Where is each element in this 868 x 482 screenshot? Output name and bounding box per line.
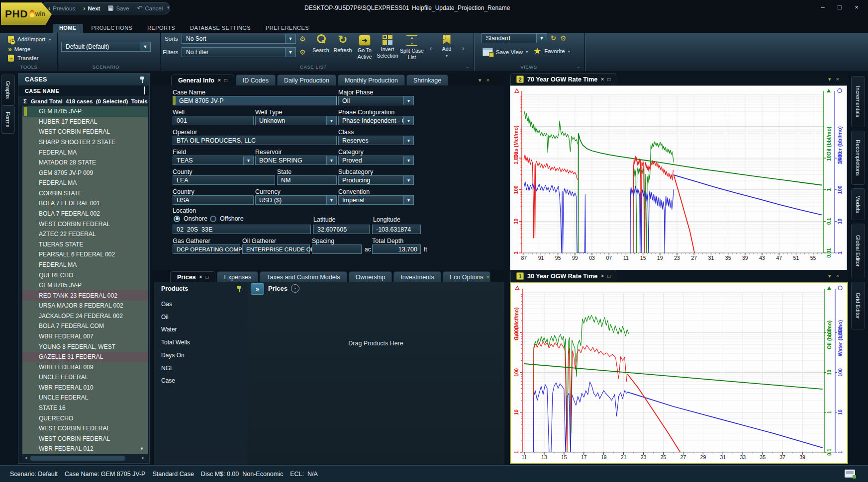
case-row[interactable]: GEM 8705 JV-P xyxy=(22,106,148,117)
product-item-days-on[interactable]: Days On xyxy=(154,349,247,361)
well-type-dropdown[interactable]: Unknown▼ xyxy=(255,116,337,125)
prices-drop-area[interactable]: » Prices × Drag Products Here xyxy=(247,282,504,465)
total-depth-field[interactable]: 13,700 xyxy=(372,244,421,254)
tab-monthly-production[interactable]: Monthly Production xyxy=(338,75,405,85)
scrollbar-thumb[interactable] xyxy=(30,456,125,461)
case-row[interactable]: HUBER 17 FEDERAL xyxy=(22,117,148,127)
case-row[interactable]: WEST CORBIN FEDERAL xyxy=(22,434,148,444)
ribbon-tab-home[interactable]: HOME xyxy=(53,24,83,33)
country-field[interactable]: USA xyxy=(173,195,254,205)
product-item-water[interactable]: Water xyxy=(154,323,247,335)
case-row[interactable]: SHARP SHOOTER 2 STATE xyxy=(22,137,148,148)
product-item-gas[interactable]: Gas xyxy=(154,298,247,310)
case-row[interactable]: GEM 8705 JV-P 009 xyxy=(22,167,148,178)
chart-canvas[interactable]: 8791959903071115192327313539434751551101… xyxy=(510,86,847,270)
maximize-icon[interactable]: □ xyxy=(607,274,610,279)
tab-expenses[interactable]: Expenses xyxy=(217,271,258,282)
invert-selection-button[interactable]: Invert Selection xyxy=(375,34,400,59)
major-phase-dropdown[interactable]: Oil▼ xyxy=(338,96,414,105)
split-case-list-button[interactable]: Split Case List xyxy=(399,34,425,60)
tab-general-info[interactable]: General Info×□ xyxy=(171,75,234,85)
ribbon-tab-reports[interactable]: REPORTS xyxy=(141,24,182,33)
location-field[interactable]: 02 20S 33E xyxy=(173,225,311,234)
case-row[interactable]: STATE 16 xyxy=(22,403,148,413)
case-row[interactable]: WBR FEDERAL 007 xyxy=(22,331,148,342)
minimize-button[interactable]: – xyxy=(814,0,831,14)
product-item-case[interactable]: Case xyxy=(154,375,247,387)
add-case-button[interactable]: + Add ▾ xyxy=(434,34,460,58)
case-row[interactable]: GEM 8705 JV-P xyxy=(22,280,148,291)
class-dropdown[interactable]: Reserves▼ xyxy=(338,136,414,145)
view-dropdown[interactable]: Standard ▼ xyxy=(482,33,547,43)
close-icon[interactable]: × xyxy=(291,284,299,293)
scroll-right-icon[interactable]: › xyxy=(462,44,465,52)
case-row[interactable]: WEST CORBIN FEDERAL xyxy=(22,127,148,137)
collapse-group-icon[interactable]: ← xyxy=(466,64,471,69)
transfer-button[interactable]: Transfer xyxy=(8,55,38,62)
close-icon[interactable]: × xyxy=(601,77,604,82)
sorts-dropdown[interactable]: No Sort ▼ xyxy=(182,34,296,44)
side-tab-graphs[interactable]: Graphs xyxy=(1,75,15,105)
case-row[interactable]: FEDERAL MA xyxy=(22,178,148,188)
oil-gatherer-field[interactable]: ENTERPRISE CRUDE OIL LLC xyxy=(242,244,310,254)
case-row[interactable]: UNCLE FEDERAL xyxy=(22,372,148,383)
tab-ownership[interactable]: Ownership xyxy=(349,271,392,282)
onshore-radio[interactable]: Onshore xyxy=(174,215,207,222)
category-dropdown[interactable]: Proved▼ xyxy=(338,156,414,165)
side-tab-models[interactable]: Models xyxy=(851,188,865,220)
case-row[interactable]: RED TANK 23 FEDERAL 002 xyxy=(22,290,148,301)
close-icon[interactable]: × xyxy=(601,274,604,279)
cases-horizontal-scrollbar[interactable]: ◄ ► xyxy=(22,454,148,462)
tab-shrinkage[interactable]: Shrinkage xyxy=(406,75,448,85)
field-dropdown[interactable]: TEAS▼ xyxy=(173,156,254,165)
next-button[interactable]: › Next xyxy=(83,5,100,11)
customize-toolbar-icon[interactable]: ▾ xyxy=(167,5,170,10)
close-icon[interactable]: × xyxy=(218,78,221,83)
add-import-button[interactable]: Add/Import ▾ xyxy=(8,36,51,43)
view-settings-gear-icon[interactable]: ⚙ xyxy=(560,35,567,42)
case-name-field[interactable]: GEM 8705 JV-P xyxy=(173,96,337,105)
side-tab-incrementals[interactable]: Incrementals xyxy=(851,76,865,127)
pin-icon[interactable] xyxy=(140,77,144,83)
tab-prices[interactable]: Prices×□ xyxy=(170,271,215,282)
tab-taxes-and-custom-models[interactable]: Taxes and Custom Models xyxy=(260,271,347,282)
maximize-button[interactable]: □ xyxy=(831,0,848,14)
chart-tab-70yr[interactable]: 2 70 Year OGW Rate Time × □ xyxy=(510,73,616,85)
panel-close-icon[interactable]: × xyxy=(486,274,489,280)
panel-menu-icon[interactable]: ▾ xyxy=(479,274,482,280)
case-row[interactable]: FEDERAL MA xyxy=(22,260,148,270)
ribbon-tab-database-settings[interactable]: DATABASE SETTINGS xyxy=(184,24,257,33)
case-row[interactable]: BOLA 7 FEDERAL 002 xyxy=(22,209,148,219)
case-row[interactable]: WBR FEDERAL 009 xyxy=(22,362,148,372)
case-row[interactable]: TIJERAS STATE xyxy=(22,240,148,250)
side-tab-forms[interactable]: Forms xyxy=(1,105,15,134)
scenario-dropdown[interactable]: Default (Default) ▼ xyxy=(61,42,151,52)
chart-canvas[interactable]: 1113151719212325272931333537391101001,00… xyxy=(511,283,847,463)
case-row[interactable]: GAZELLE 31 FEDERAL xyxy=(22,352,148,362)
offshore-radio[interactable]: Offshore xyxy=(210,215,244,222)
go-to-active-button[interactable]: ➔ Go To Active xyxy=(352,34,378,60)
panel-menu-icon[interactable]: ▾ xyxy=(828,76,831,82)
state-field[interactable]: NM xyxy=(277,175,337,185)
side-tab-grid-editor[interactable]: Grid Editor xyxy=(851,282,865,329)
scroll-down-icon[interactable]: ▼ xyxy=(138,445,146,452)
close-button[interactable]: × xyxy=(848,0,865,14)
case-row[interactable]: JACKALOPE 24 FEDERAL 002 xyxy=(22,311,148,321)
collapse-group-icon[interactable]: ← xyxy=(577,64,581,69)
gas-gatherer-field[interactable]: DCP OPERATING COMPANY xyxy=(173,244,240,254)
convention-dropdown[interactable]: Imperial▼ xyxy=(338,195,414,205)
previous-button[interactable]: ‹ Previous xyxy=(48,5,75,11)
case-row[interactable]: BOLA 7 FEDERAL 001 xyxy=(22,198,148,209)
case-row[interactable]: WBR FEDERAL 012 xyxy=(22,444,148,454)
county-field[interactable]: LEA xyxy=(173,175,275,185)
sorts-settings-gear-icon[interactable]: ⚙ xyxy=(299,35,306,42)
tab-daily-production[interactable]: Daily Production xyxy=(277,75,336,85)
case-row[interactable]: QUERECHO xyxy=(22,413,148,423)
case-row[interactable]: MATADOR 28 STATE xyxy=(22,158,148,168)
well-field[interactable]: 001 xyxy=(173,116,254,125)
case-name-column-header[interactable]: CASE NAME xyxy=(18,85,149,96)
favorite-button[interactable]: ★ Favorite ▾ xyxy=(533,47,570,56)
scroll-left-icon[interactable]: ◄ xyxy=(22,456,29,460)
panel-close-icon[interactable]: × xyxy=(836,273,839,279)
chart-tab-30yr[interactable]: 1 30 Year OGW Rate Time × □ xyxy=(510,270,616,282)
